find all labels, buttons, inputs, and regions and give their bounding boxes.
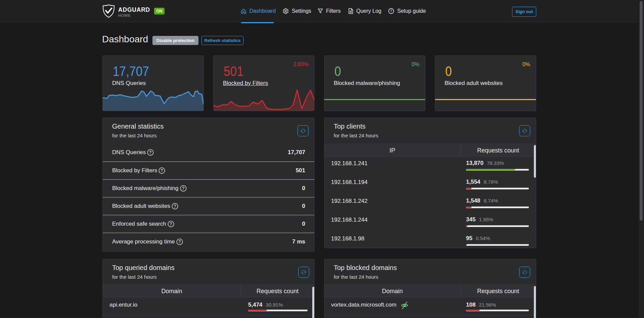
svg-text:?: ? [149, 150, 151, 155]
svg-text:?: ? [161, 168, 163, 173]
svg-text:?: ? [174, 204, 176, 209]
svg-text:?: ? [170, 222, 172, 226]
svg-text:?: ? [390, 9, 392, 13]
svg-text:?: ? [182, 186, 184, 191]
svg-text:?: ? [178, 239, 181, 244]
